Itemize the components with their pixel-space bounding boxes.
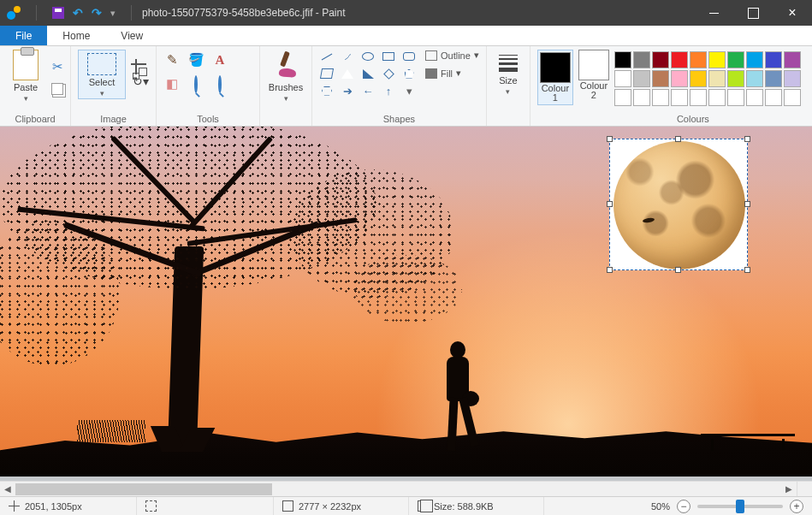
shape-outline-button[interactable]: Outline ▾ [425,50,479,61]
picker-tool-icon[interactable] [194,77,198,92]
window-title: photo-1550775379-5458be3ebe6c.jfif - Pai… [139,7,694,19]
palette-swatch[interactable] [690,89,707,106]
tab-file[interactable]: File [0,26,47,45]
palette-swatch[interactable] [633,89,650,106]
palette-swatch[interactable] [746,51,763,68]
palette-swatch[interactable] [652,89,669,106]
palette-swatch[interactable] [633,70,650,87]
selection-size-icon [145,500,157,512]
edit-colours-button[interactable]: Edit colours [806,50,812,98]
selection-icon [87,53,116,75]
title-bar: ↶ ↷ ▾ photo-1550775379-5458be3ebe6c.jfif… [0,0,812,26]
pencil-tool-icon[interactable]: ✎ [167,52,178,68]
fill-icon [425,68,437,79]
palette-swatch[interactable] [614,70,631,87]
group-label-tools: Tools [197,112,219,124]
group-label-colours: Colours [677,112,709,124]
zoom-out-button[interactable]: − [677,500,690,513]
zoom-level: 50% [651,501,670,512]
group-label-shapes: Shapes [383,112,415,124]
palette-swatch[interactable] [708,70,726,87]
palette-swatch[interactable] [671,70,688,87]
palette-swatch[interactable] [784,51,801,68]
cursor-pos-icon [9,500,20,512]
palette-swatch[interactable] [708,51,726,68]
quick-access-toolbar: ↶ ↷ ▾ [0,5,139,21]
palette-swatch[interactable] [765,89,782,106]
group-colours: Colour 1 Colour 2 Edit colours Colours [530,46,812,126]
zoom-in-button[interactable]: + [790,500,803,513]
group-image: Select▾ ↻▾ Image [71,46,157,126]
group-shapes: ▾ Outline ▾ Fill ▾ Shapes [312,46,487,126]
palette-swatch[interactable] [652,70,669,87]
paste-button[interactable]: Paste▾ [7,50,44,104]
palette-swatch[interactable] [708,89,726,106]
palette-swatch[interactable] [727,89,744,106]
zoom-slider[interactable] [697,505,783,508]
outline-icon [425,50,437,61]
palette-swatch[interactable] [784,70,801,87]
ribbon-tabs: File Home View [0,26,812,46]
colour-2-button[interactable]: Colour 2 [578,50,609,100]
colour-2-swatch [578,50,609,80]
fill-tool-icon[interactable]: 🪣 [188,52,204,68]
redo-icon[interactable]: ↷ [92,6,102,20]
undo-icon[interactable]: ↶ [73,6,83,20]
text-tool-icon[interactable]: A [216,53,225,68]
clipboard-icon [13,50,39,80]
status-selection-size [137,497,274,515]
cut-icon[interactable]: ✂ [52,59,63,74]
minimize-button[interactable] [694,0,733,26]
horizontal-scrollbar[interactable]: ◀▶ [0,481,797,496]
tab-view[interactable]: View [105,26,158,45]
palette-swatch[interactable] [727,51,744,68]
palette-swatch[interactable] [727,70,744,87]
palette-swatch[interactable] [671,51,688,68]
eraser-tool-icon[interactable]: ◧ [166,76,178,92]
maximize-button[interactable] [733,0,773,26]
palette-swatch[interactable] [614,89,631,106]
group-brushes: Brushes▾ [260,46,312,126]
group-label-clipboard: Clipboard [15,112,55,124]
ribbon: Paste▾ ✂ Clipboard Select▾ ↻▾ Image ✎ [0,46,812,127]
shape-fill-button[interactable]: Fill ▾ [425,68,479,79]
canvas-area[interactable]: ◀▶ [0,127,812,496]
save-icon[interactable] [52,7,64,19]
bench-silhouette [701,434,795,441]
magnifier-tool-icon[interactable] [218,77,222,92]
shapes-gallery[interactable]: ▾ [319,50,417,98]
colour-palette[interactable] [614,50,801,106]
palette-swatch[interactable] [784,89,801,106]
filesize-icon [418,500,429,512]
canvas-image[interactable] [0,127,812,477]
palette-swatch[interactable] [746,89,763,106]
palette-swatch[interactable] [671,89,688,106]
copy-icon[interactable] [51,83,63,95]
brush-icon [270,50,301,80]
colour-1-button[interactable]: Colour 1 [537,50,573,105]
palette-swatch[interactable] [652,51,669,68]
tab-home[interactable]: Home [47,26,105,45]
close-button[interactable]: × [773,0,812,26]
group-clipboard: Paste▾ ✂ Clipboard [0,46,71,126]
zoom-controls: 50% − + [643,500,812,513]
palette-swatch[interactable] [746,70,763,87]
status-image-dimensions: 2777 × 2232px [274,497,409,515]
group-size: Size▾ [487,46,530,126]
palette-swatch[interactable] [633,51,650,68]
palette-swatch[interactable] [765,70,782,87]
group-label-image: Image [100,112,127,124]
status-bar: 2051, 1305px 2777 × 2232px Size: 588.9KB… [0,496,812,515]
pasted-selection[interactable] [609,139,748,270]
select-button[interactable]: Select▾ [78,50,126,99]
palette-swatch[interactable] [690,70,707,87]
brushes-button[interactable]: Brushes▾ [267,50,305,104]
size-button[interactable]: Size▾ [494,50,523,96]
palette-swatch[interactable] [690,51,707,68]
person-silhouette [436,341,479,453]
tree-silhouette [0,127,419,477]
group-tools: ✎ 🪣 A ◧ Tools [157,46,260,126]
palette-swatch[interactable] [765,51,782,68]
colour-1-swatch [540,52,571,83]
palette-swatch[interactable] [614,51,631,68]
